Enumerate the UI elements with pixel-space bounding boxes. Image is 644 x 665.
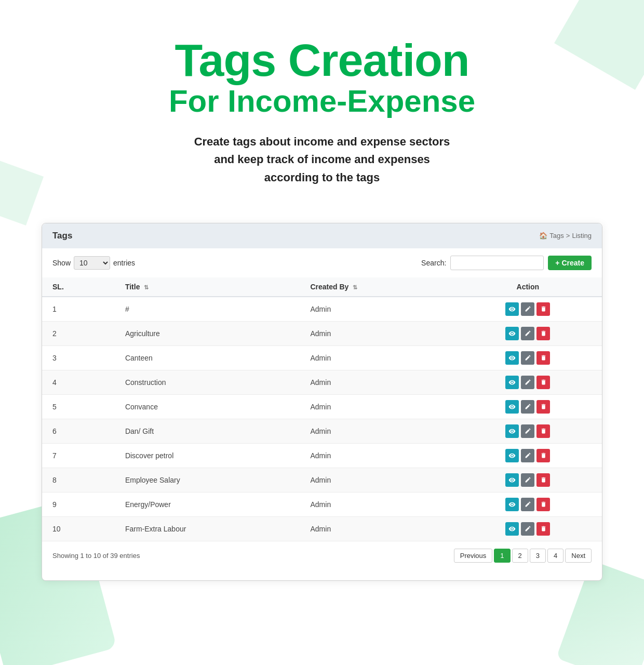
cell-title: Convance [115, 394, 300, 419]
view-button[interactable] [505, 449, 519, 462]
table-row: 2 Agriculture Admin [42, 321, 602, 345]
action-buttons [464, 327, 592, 340]
edit-button[interactable] [521, 327, 534, 340]
cell-title: Dan/ Gift [115, 419, 300, 443]
delete-button[interactable] [536, 376, 550, 389]
cell-action [454, 492, 602, 516]
delete-button[interactable] [536, 327, 550, 340]
pagination-next-button[interactable]: Next [565, 549, 592, 563]
cell-sl: 8 [42, 468, 115, 492]
create-button[interactable]: + Create [548, 256, 592, 270]
hero-description: Create tags about income and expense sec… [52, 133, 592, 186]
action-buttons [464, 424, 592, 438]
action-buttons [464, 449, 592, 462]
cell-created-by: Admin [300, 468, 453, 492]
cell-title: Discover petrol [115, 443, 300, 468]
action-buttons [464, 302, 592, 316]
pagination-page-2-button[interactable]: 2 [512, 549, 528, 563]
action-buttons [464, 522, 592, 536]
breadcrumb-separator: > [566, 232, 570, 240]
edit-button[interactable] [521, 376, 534, 389]
action-buttons [464, 351, 592, 365]
breadcrumb: 🏠 Tags > Listing [539, 232, 592, 240]
panel-header: Tags 🏠 Tags > Listing [42, 223, 602, 248]
edit-button[interactable] [521, 449, 534, 462]
view-button[interactable] [505, 302, 519, 316]
cell-action [454, 370, 602, 394]
hero-title-main: Tags Creation [52, 36, 592, 84]
search-area: Search: + Create [421, 256, 592, 270]
cell-sl: 1 [42, 297, 115, 322]
table-header-row: SL. Title ⇅ Created By ⇅ Action [42, 277, 602, 297]
pagination-page-3-button[interactable]: 3 [530, 549, 546, 563]
delete-button[interactable] [536, 351, 550, 365]
cell-sl: 3 [42, 345, 115, 370]
delete-button[interactable] [536, 302, 550, 316]
cell-created-by: Admin [300, 394, 453, 419]
cell-created-by: Admin [300, 443, 453, 468]
entries-select[interactable]: 10 25 50 100 [74, 256, 110, 270]
delete-button[interactable] [536, 498, 550, 511]
col-header-action: Action [454, 277, 602, 297]
view-button[interactable] [505, 400, 519, 414]
cell-title: Agriculture [115, 321, 300, 345]
edit-button[interactable] [521, 498, 534, 511]
cell-action [454, 297, 602, 322]
edit-button[interactable] [521, 351, 534, 365]
panel-controls: Show 10 25 50 100 entries Search: + Crea… [42, 248, 602, 277]
cell-sl: 7 [42, 443, 115, 468]
cell-title: # [115, 297, 300, 322]
cell-title: Farm-Extra Labour [115, 516, 300, 541]
view-button[interactable] [505, 327, 519, 340]
table-row: 3 Canteen Admin [42, 345, 602, 370]
table-row: 8 Employee Salary Admin [42, 468, 602, 492]
cell-action [454, 419, 602, 443]
cell-created-by: Admin [300, 370, 453, 394]
cell-created-by: Admin [300, 345, 453, 370]
table-row: 9 Energy/Power Admin [42, 492, 602, 516]
delete-button[interactable] [536, 424, 550, 438]
pagination-previous-button[interactable]: Previous [454, 549, 493, 563]
view-button[interactable] [505, 351, 519, 365]
edit-button[interactable] [521, 400, 534, 414]
search-input[interactable] [450, 256, 544, 270]
view-button[interactable] [505, 498, 519, 511]
edit-button[interactable] [521, 473, 534, 487]
cell-sl: 4 [42, 370, 115, 394]
cell-created-by: Admin [300, 492, 453, 516]
view-button[interactable] [505, 376, 519, 389]
action-buttons [464, 498, 592, 511]
sort-icon-title: ⇅ [144, 284, 149, 291]
view-button[interactable] [505, 424, 519, 438]
cell-created-by: Admin [300, 516, 453, 541]
table-row: 6 Dan/ Gift Admin [42, 419, 602, 443]
delete-button[interactable] [536, 449, 550, 462]
col-header-sl: SL. [42, 277, 115, 297]
cell-action [454, 443, 602, 468]
show-label: Show [52, 259, 71, 267]
showing-entries-text: Showing 1 to 10 of 39 entries [52, 552, 140, 560]
panel-title: Tags [52, 231, 72, 241]
cell-action [454, 516, 602, 541]
pagination-page-1-button[interactable]: 1 [494, 549, 510, 563]
view-button[interactable] [505, 473, 519, 487]
table-row: 4 Construction Admin [42, 370, 602, 394]
pagination-page-4-button[interactable]: 4 [547, 549, 564, 563]
cell-action [454, 468, 602, 492]
edit-button[interactable] [521, 424, 534, 438]
delete-button[interactable] [536, 473, 550, 487]
edit-button[interactable] [521, 522, 534, 536]
main-panel: Tags 🏠 Tags > Listing Show 10 25 50 100 … [42, 223, 602, 581]
cell-title: Energy/Power [115, 492, 300, 516]
cell-title: Canteen [115, 345, 300, 370]
delete-button[interactable] [536, 400, 550, 414]
cell-sl: 10 [42, 516, 115, 541]
delete-button[interactable] [536, 522, 550, 536]
view-button[interactable] [505, 522, 519, 536]
cell-title: Construction [115, 370, 300, 394]
table-row: 7 Discover petrol Admin [42, 443, 602, 468]
hero-section: Tags Creation For Income-Expense Create … [0, 0, 644, 207]
edit-button[interactable] [521, 302, 534, 316]
cell-created-by: Admin [300, 419, 453, 443]
cell-title: Employee Salary [115, 468, 300, 492]
